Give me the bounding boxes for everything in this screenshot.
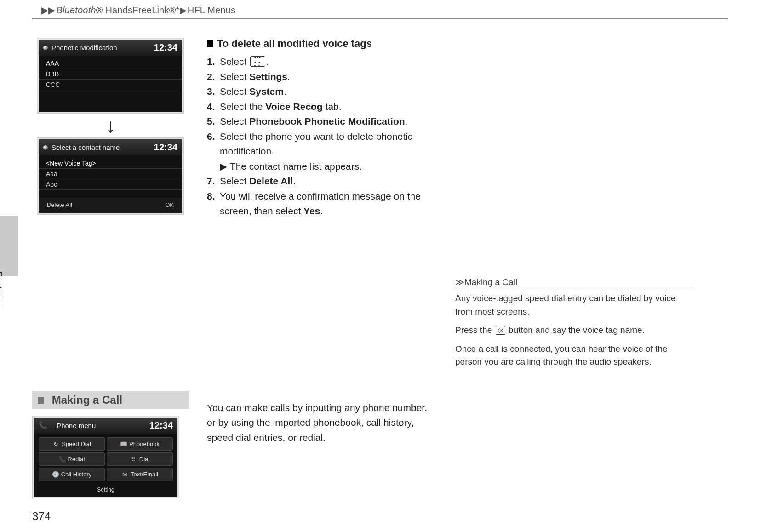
sidenote-p3: Once a call is connected, you can hear t… (455, 343, 694, 369)
list-item: AAA (39, 58, 182, 69)
breadcrumb: ▶▶Bluetooth® HandsFreeLink®*▶HFL Menus (32, 0, 728, 16)
dialpad-icon: ⠿ (130, 456, 137, 463)
list-item: CCC (39, 80, 182, 90)
section-title-making-a-call: Making a Call (32, 391, 189, 409)
home-button-icon: ▪▪▪▪ ▪HOME (250, 56, 265, 67)
phone-icon: 📞 (39, 421, 47, 429)
redial-icon: 📞 (59, 456, 65, 463)
menu-call-history: 🕘Call History (39, 468, 105, 481)
steps-heading: To delete all modified voice tags (207, 38, 437, 50)
header-rule (32, 18, 728, 19)
screen3-clock: 12:34 (149, 420, 173, 431)
back-icon (43, 46, 48, 50)
screenshot-select-contact: Select a contact name 12:34 <New Voice T… (37, 137, 184, 215)
list-item: BBB (39, 69, 182, 80)
list-item: Abc (39, 179, 182, 190)
screen1-clock: 12:34 (154, 42, 177, 53)
crumb-menus: HFL Menus (188, 5, 235, 15)
screenshot-phone-menu: 📞 Phone menu 12:34 ↻Speed Dial 📖Phoneboo… (32, 416, 179, 498)
screenshot-phonetic-modification: Phonetic Modification 12:34 AAA BBB CCC (37, 38, 184, 114)
list-item: Aaa (39, 169, 182, 179)
sidenote-p1: Any voice-tagged speed dial entry can be… (455, 292, 694, 318)
back-icon (43, 145, 48, 150)
menu-redial: 📞Redial (39, 452, 105, 466)
sidenote-title: Making a Call (464, 277, 517, 287)
mail-icon: ✉ (121, 471, 128, 478)
screen2-clock: 12:34 (154, 142, 177, 153)
section-tab-label: Features (0, 271, 4, 308)
making-a-call-paragraph: You can make calls by inputting any phon… (207, 400, 437, 446)
sidenote-p2: Press the ⦅« button and say the voice ta… (455, 324, 694, 337)
menu-dial: ⠿Dial (107, 452, 173, 466)
sidenote-making-a-call: ≫Making a Call Any voice-tagged speed di… (455, 277, 694, 369)
crumb-hfl: ® HandsFreeLink®* (96, 5, 180, 15)
screen1-title: Phonetic Modification (51, 44, 117, 51)
menu-phonebook: 📖Phonebook (107, 437, 173, 451)
crumb-bluetooth: Bluetooth (56, 5, 96, 15)
screen2-ok: OK (165, 201, 174, 208)
menu-setting: Setting (34, 485, 177, 497)
history-icon: 🕘 (52, 471, 58, 478)
screen2-title: Select a contact name (51, 143, 120, 151)
menu-text-email: ✉Text/Email (107, 468, 173, 481)
page-number: 374 (32, 510, 51, 523)
screen3-title: Phone menu (57, 422, 96, 429)
flow-arrow-icon: ↓ (106, 116, 115, 136)
speed-dial-icon: ↻ (52, 440, 59, 447)
talk-button-icon: ⦅« (496, 326, 505, 335)
screen2-delete-all: Delete All (47, 201, 72, 208)
list-item: <New Voice Tag> (39, 158, 182, 169)
section-tab-features: Features (0, 216, 18, 276)
phonebook-icon: 📖 (120, 440, 126, 447)
angles-icon: ≫ (455, 277, 463, 287)
square-bullet-icon (207, 40, 213, 47)
menu-speed-dial: ↻Speed Dial (39, 437, 105, 451)
